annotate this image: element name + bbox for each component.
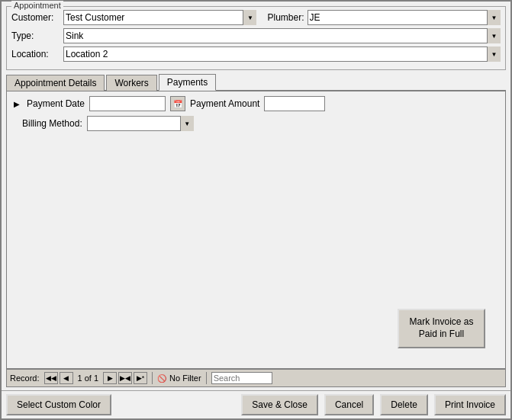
plumber-select[interactable]: JE — [308, 10, 501, 25]
payment-amount-label: Payment Amount — [190, 98, 259, 109]
nav-last-button[interactable]: ▶◀ — [118, 372, 132, 384]
location-select[interactable]: Location 2 — [63, 46, 501, 62]
nav-separator-2 — [206, 372, 207, 384]
no-filter-label: No Filter — [169, 374, 201, 383]
customer-label: Customer: — [11, 12, 60, 23]
mark-invoice-paid-button[interactable]: Mark Invoice as Paid in Full — [398, 309, 485, 348]
billing-method-label: Billing Method: — [22, 118, 82, 129]
bottom-bar: Select Custom Color Save & Close Cancel … — [2, 390, 510, 418]
customer-select[interactable]: Test Customer — [63, 10, 256, 25]
payment-date-row: ▶ Payment Date 📅 Payment Amount — [11, 96, 501, 111]
select-custom-color-button[interactable]: Select Custom Color — [6, 394, 111, 415]
type-row: Type: Sink ▼ — [11, 28, 501, 43]
location-label: Location: — [11, 49, 60, 59]
billing-method-select[interactable] — [87, 116, 194, 131]
payments-content-area: Mark Invoice as Paid in Full — [11, 131, 501, 364]
save-close-button[interactable]: Save & Close — [241, 394, 318, 415]
nav-prev-button[interactable]: ◀ — [60, 372, 73, 384]
location-select-wrapper[interactable]: Location 2 ▼ — [63, 46, 501, 62]
tab-appointment-details[interactable]: Appointment Details — [6, 75, 105, 91]
plumber-select-wrapper[interactable]: JE ▼ — [308, 10, 501, 25]
type-label: Type: — [11, 30, 60, 41]
type-select-wrapper[interactable]: Sink ▼ — [63, 28, 501, 43]
record-nav: Record: ◀◀ ◀ 1 of 1 ▶ ▶◀ ▶* 🚫 No Filter — [6, 369, 506, 387]
nav-new-button[interactable]: ▶* — [134, 372, 147, 384]
billing-method-row: Billing Method: ▼ — [22, 116, 501, 131]
plumber-label: Plumber: — [267, 12, 304, 23]
payment-date-label: Payment Date — [27, 98, 85, 109]
payment-date-input[interactable] — [89, 96, 166, 111]
nav-separator — [152, 372, 153, 384]
row-indicator: ▶ — [11, 100, 22, 108]
nav-filter: 🚫 No Filter — [157, 374, 201, 383]
delete-button[interactable]: Delete — [380, 394, 428, 415]
nav-search-input[interactable] — [211, 372, 272, 384]
payments-tab-content: ▶ Payment Date 📅 Payment Amount Billing … — [6, 91, 506, 369]
tab-workers[interactable]: Workers — [106, 75, 156, 91]
no-filter-icon: 🚫 — [157, 374, 166, 383]
nav-record-text: 1 of 1 — [78, 374, 99, 383]
payment-amount-input[interactable] — [264, 96, 325, 111]
customer-select-wrapper[interactable]: Test Customer ▼ — [63, 10, 256, 25]
cancel-button[interactable]: Cancel — [324, 394, 374, 415]
nav-next-button[interactable]: ▶ — [103, 372, 117, 384]
tab-payments[interactable]: Payments — [159, 74, 216, 91]
appointment-group: Appointment Customer: Test Customer ▼ Pl… — [6, 6, 506, 70]
group-legend: Appointment — [11, 1, 63, 10]
record-nav-label: Record: — [10, 374, 40, 383]
customer-row: Customer: Test Customer ▼ Plumber: JE ▼ — [11, 10, 501, 25]
tabs-container: Appointment Details Workers Payments — [6, 73, 506, 91]
print-invoice-button[interactable]: Print Invoice — [434, 394, 506, 415]
billing-method-select-wrapper[interactable]: ▼ — [87, 116, 194, 131]
location-row: Location: Location 2 ▼ — [11, 46, 501, 62]
dialog: Appointment Customer: Test Customer ▼ Pl… — [0, 0, 512, 420]
bottom-right-buttons: Save & Close Cancel Delete Print Invoice — [241, 394, 506, 415]
calendar-button[interactable]: 📅 — [170, 96, 185, 111]
type-select[interactable]: Sink — [63, 28, 501, 43]
nav-first-button[interactable]: ◀◀ — [44, 372, 58, 384]
